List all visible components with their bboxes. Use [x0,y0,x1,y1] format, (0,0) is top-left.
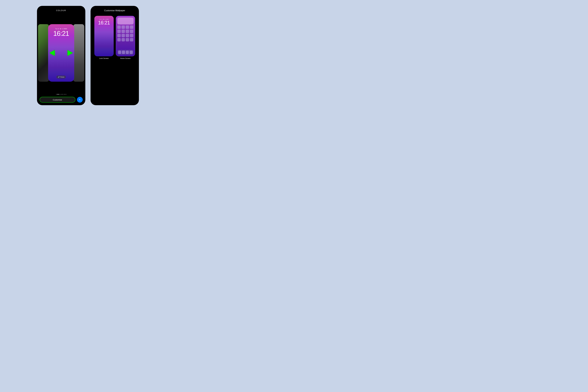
app-icon [122,38,125,42]
arrow-left-container [50,50,55,56]
app-icon [130,38,133,42]
dot-6 [66,94,66,95]
app-icon [117,26,121,29]
ls-date-row: Tue 14 🌧 in 14MIN [99,19,109,20]
app-row-2 [117,30,134,33]
dot-4 [62,94,63,95]
app-icon [130,30,133,33]
focus-label: Focus [60,76,64,78]
customise-button[interactable]: Customise [40,97,76,102]
app-icon [126,38,129,42]
dot-1 [58,94,58,95]
ls-time: 16:21 [98,20,110,25]
side-preview-right [73,24,84,82]
app-icon [122,34,125,37]
app-icon [117,34,121,37]
side-preview-right-image [73,24,84,82]
lock-screen-card[interactable]: Tue 14 🌧 in 14MIN 16:21 [94,16,114,56]
dot-3 [61,94,62,95]
side-preview-left-image [38,24,49,82]
app-icon [130,34,133,37]
ls-date: Tue 14 [99,19,102,20]
ls-cloud-icon: 🌧 [103,19,104,20]
home-screen-card[interactable] [116,16,135,56]
dock-icon-4 [130,50,133,54]
side-preview-left [38,24,49,82]
lock-screen-section: Tue 14 🌧 in 14MIN 16:21 Lock Screen [94,16,114,59]
phone-date: Tue 14 [55,28,59,30]
phone-date-row: Tue 14 🌧 in 14MIN [55,28,67,30]
right-panel: Customise Wallpaper Tue 14 🌧 in 14MIN 16… [90,6,139,105]
app-icon [122,30,125,33]
left-panel: COLOUR Tue 14 🌧 in 14MIN 16:21 🔗 [37,6,85,105]
app-icon [117,38,121,42]
wallpaper-carousel: Tue 14 🌧 in 14MIN 16:21 🔗 Focus [37,14,85,92]
dot-0 [56,94,57,95]
arrow-right-container [68,50,73,56]
dot-2 [59,94,60,95]
app-icon [122,26,125,29]
app-icon [126,26,129,29]
app-grid [117,26,134,49]
app-icon [126,30,129,33]
dot-5 [64,94,65,95]
dock-icon-1 [118,50,121,54]
page-dots [56,94,66,95]
bottom-bar: Customise + [37,97,85,102]
phone-time: 16:21 [53,30,69,37]
home-screen-section: Home Screen [116,16,135,59]
add-button[interactable]: + [77,97,83,102]
home-screen-label: Home Screen [120,57,130,59]
screens-row: Tue 14 🌧 in 14MIN 16:21 Lock Screen [92,16,138,101]
right-arrow-icon [68,50,73,56]
customise-label: Customise [53,99,62,101]
widget-placeholder [117,18,134,24]
panel-title: COLOUR [56,9,66,12]
app-icon [117,30,121,33]
dock-row [117,50,134,55]
link-icon: 🔗 [58,76,60,78]
app-row-3 [117,34,134,37]
app-icon [126,34,129,37]
cloud-icon: 🌧 [60,28,61,30]
left-arrow-icon [50,50,55,56]
phone-weather: in 14MIN [62,28,67,30]
lock-screen-label: Lock Screen [99,57,108,59]
app-row-4 [117,38,134,42]
app-row-1 [117,26,134,29]
app-icon [130,26,133,29]
customise-wallpaper-title: Customise Wallpaper [104,9,125,12]
dock-icon-2 [122,50,125,54]
focus-badge: 🔗 Focus [56,76,66,78]
dock-icon-3 [126,50,129,54]
ls-weather: in 14MIN [104,19,109,20]
